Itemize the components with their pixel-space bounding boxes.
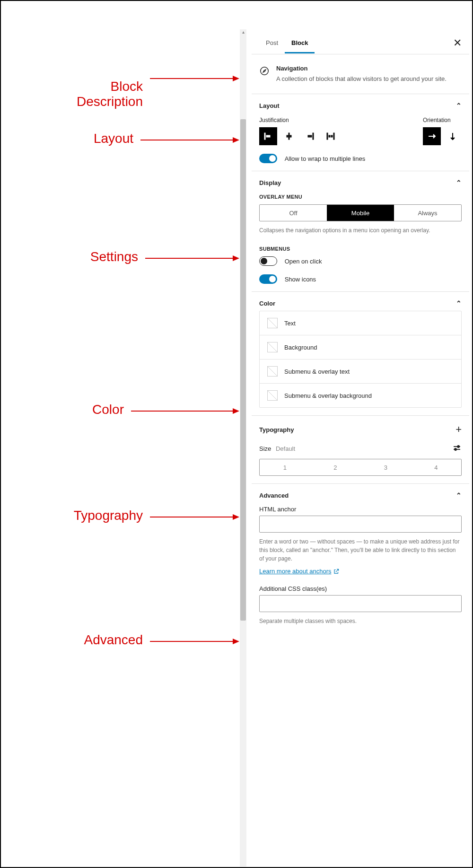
arrow-line [150, 517, 233, 517]
tab-block[interactable]: Block [285, 33, 315, 53]
svg-rect-1 [264, 133, 265, 140]
color-item-background[interactable]: Background [260, 335, 461, 359]
typography-heading: Typography [259, 426, 294, 433]
svg-point-11 [457, 446, 459, 447]
overlay-always-option[interactable]: Always [394, 205, 461, 221]
scroll-thumb[interactable] [240, 119, 246, 621]
wrap-label: Allow to wrap to multiple lines [285, 155, 366, 162]
justify-left-button[interactable] [259, 127, 277, 145]
justify-space-between-button[interactable] [322, 127, 340, 145]
arrow-line [150, 78, 233, 79]
color-item-label: Submenu & overlay background [284, 392, 372, 399]
anno-typography: Typography [48, 508, 143, 523]
close-icon[interactable]: ✕ [453, 37, 462, 49]
size-segmented: 1 2 3 4 [259, 459, 462, 476]
svg-rect-4 [287, 135, 291, 137]
arrow-head [233, 408, 239, 414]
arrow-head [233, 255, 239, 261]
swatch-icon [267, 342, 278, 352]
svg-rect-5 [313, 133, 314, 140]
anno-label: Color [92, 402, 124, 417]
advanced-header[interactable]: Advanced ⌃ [259, 491, 462, 499]
plus-icon[interactable]: + [455, 423, 462, 436]
layout-header[interactable]: Layout ⌃ [259, 102, 462, 109]
orientation-horizontal-button[interactable] [423, 127, 441, 145]
svg-rect-2 [266, 135, 270, 137]
panel-tabs: Post Block ✕ [252, 32, 469, 54]
color-item-label: Text [284, 320, 296, 327]
swatch-icon [267, 318, 278, 328]
open-on-click-label: Open on click [285, 258, 322, 265]
color-header[interactable]: Color ⌃ [259, 299, 462, 307]
open-on-click-toggle[interactable] [259, 256, 277, 266]
size-4[interactable]: 4 [411, 459, 462, 475]
arrow-head [233, 137, 239, 143]
tab-post[interactable]: Post [259, 33, 285, 53]
chevron-up-icon: ⌃ [456, 299, 462, 307]
arrow-line [140, 140, 233, 140]
section-typography: Typography + Size Default 1 2 3 [252, 416, 469, 484]
anno-label: Advanced [84, 632, 143, 647]
display-header[interactable]: Display ⌃ [259, 179, 462, 186]
svg-rect-10 [331, 135, 333, 137]
svg-rect-8 [333, 133, 334, 140]
block-settings-panel: Post Block ✕ Navigation A collection of … [252, 32, 469, 864]
anno-color: Color [62, 402, 124, 417]
show-icons-label: Show icons [285, 276, 316, 283]
arrow-head [233, 639, 239, 644]
display-heading: Display [259, 179, 281, 186]
arrow-line [150, 641, 233, 642]
color-item-submenu-text[interactable]: Submenu & overlay text [260, 359, 461, 384]
anno-label: Layout [94, 131, 133, 146]
anno-label: Typography [74, 508, 143, 523]
css-classes-label: Additional CSS class(es) [259, 585, 462, 592]
layout-heading: Layout [259, 102, 280, 109]
svg-rect-9 [329, 135, 330, 137]
scroll-up-icon[interactable]: ▴ [241, 29, 245, 34]
external-link-icon [333, 568, 340, 575]
anno-label: Settings [90, 249, 138, 264]
color-item-text[interactable]: Text [260, 311, 461, 335]
orientation-vertical-button[interactable] [444, 127, 462, 145]
color-item-label: Submenu & overlay text [284, 368, 350, 375]
submenus-label: Submenus [259, 246, 462, 252]
anno-advanced: Advanced [58, 632, 143, 648]
color-item-submenu-background[interactable]: Submenu & overlay background [260, 384, 461, 407]
annotated-screenshot: Block Description Layout Settings Color … [0, 0, 473, 868]
orientation-label: Orientation [423, 117, 462, 123]
navigation-icon [259, 66, 270, 78]
svg-point-0 [261, 67, 269, 75]
svg-point-12 [455, 448, 456, 450]
size-1[interactable]: 1 [260, 459, 310, 475]
anchor-input[interactable] [259, 516, 462, 533]
size-3[interactable]: 3 [360, 459, 411, 475]
justify-right-button[interactable] [301, 127, 319, 145]
anno-block-description: Block Description [48, 64, 143, 140]
block-description-text: A collection of blocks that allow visito… [276, 75, 447, 83]
anchor-learn-more-link[interactable]: Learn more about anchors [259, 568, 340, 575]
overlay-menu-label: Overlay Menu [259, 194, 462, 200]
overlay-mobile-option[interactable]: Mobile [327, 205, 394, 221]
section-layout: Layout ⌃ Justification [252, 94, 469, 171]
scrollbar[interactable]: ▴ [240, 29, 246, 867]
svg-rect-6 [308, 135, 312, 137]
typography-header[interactable]: Typography + [259, 423, 462, 436]
orientation-buttons [423, 127, 462, 145]
overlay-off-option[interactable]: Off [260, 205, 327, 221]
wrap-toggle[interactable] [259, 154, 277, 163]
overlay-menu-segmented: Off Mobile Always [259, 204, 462, 221]
swatch-icon [267, 366, 278, 377]
justify-center-button[interactable] [280, 127, 298, 145]
sliders-icon[interactable] [452, 443, 462, 454]
size-2[interactable]: 2 [310, 459, 361, 475]
anno-layout: Layout [62, 131, 133, 146]
section-color: Color ⌃ Text Background Submenu & overla… [252, 292, 469, 416]
svg-rect-7 [327, 133, 328, 140]
css-classes-input[interactable] [259, 595, 462, 612]
link-text: Learn more about anchors [259, 568, 331, 575]
size-value: Default [276, 445, 295, 452]
show-icons-toggle[interactable] [259, 274, 277, 284]
section-display: Display ⌃ Overlay Menu Off Mobile Always… [252, 171, 469, 292]
chevron-up-icon: ⌃ [456, 179, 462, 186]
arrow-line [131, 411, 233, 412]
